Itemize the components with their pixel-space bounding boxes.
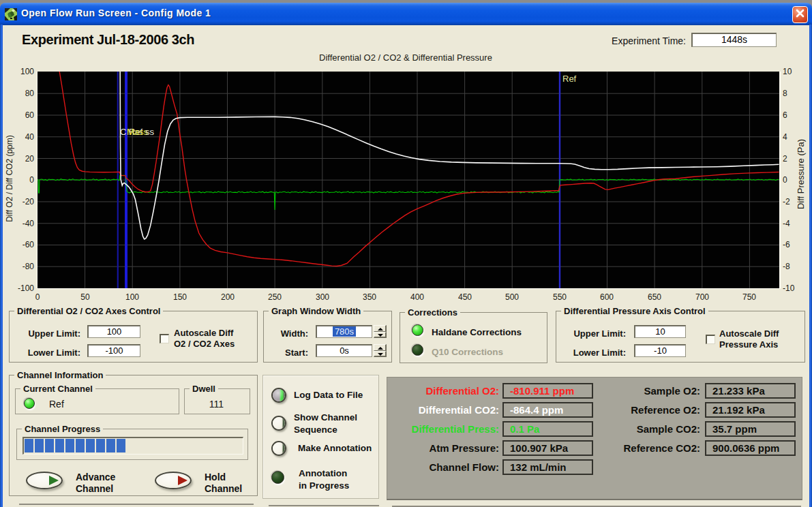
- svg-text:Ref: Ref: [562, 74, 577, 84]
- svg-text:ss: ss: [145, 127, 155, 137]
